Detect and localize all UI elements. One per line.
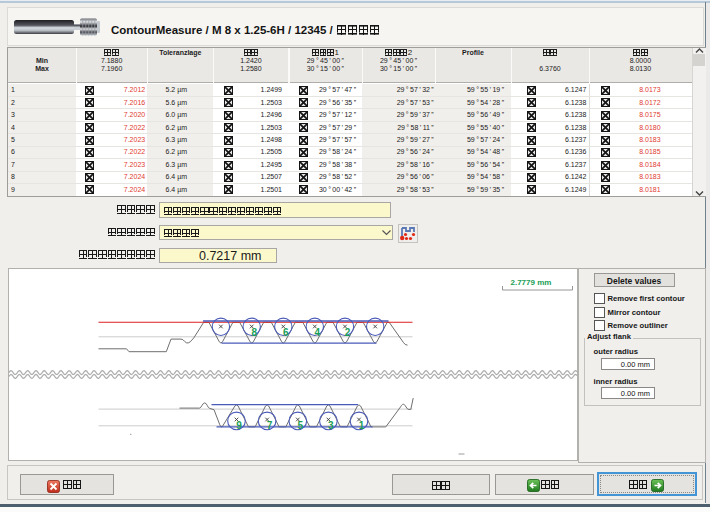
svg-text:6: 6 [283,326,289,337]
svg-text:7: 7 [266,420,272,431]
svg-text:9: 9 [236,420,242,431]
svg-text:3: 3 [328,420,334,431]
svg-text:2: 2 [344,326,350,337]
svg-text:8: 8 [251,326,257,337]
svg-text:4: 4 [314,326,320,337]
svg-text:5: 5 [297,420,303,431]
svg-text:2.7779 mm: 2.7779 mm [510,277,551,286]
svg-text:1: 1 [358,420,364,431]
